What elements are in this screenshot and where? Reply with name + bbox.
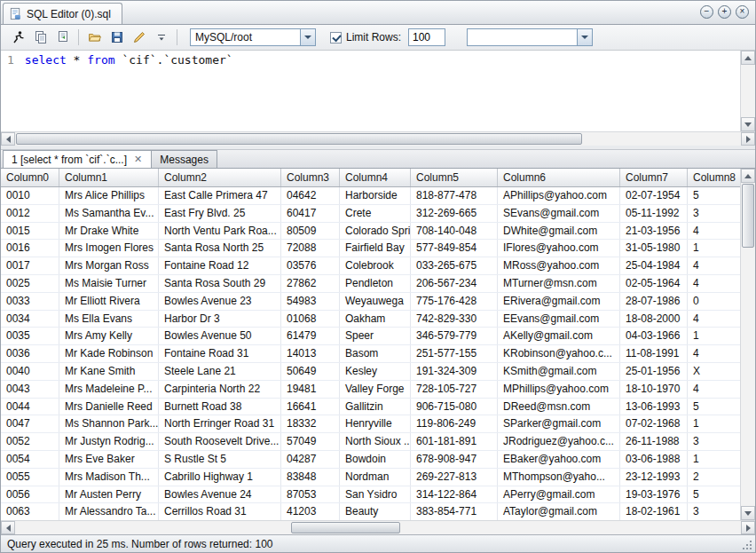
table-cell[interactable]: 25-01-1956 <box>620 363 688 380</box>
table-cell[interactable]: 1 <box>688 328 740 344</box>
scroll-left-button[interactable] <box>1 132 15 146</box>
combobox-dropdown-button[interactable] <box>577 29 592 45</box>
table-cell[interactable]: 3 <box>688 433 740 450</box>
table-cell[interactable]: Mr Kane Smith <box>59 363 159 380</box>
tab-result-set[interactable]: 1 [select * from `cif`.`c...] ✕ <box>3 150 152 168</box>
table-cell[interactable]: 4 <box>688 223 740 240</box>
table-cell[interactable]: Cabrillo Highway 1 <box>159 469 281 486</box>
table-cell[interactable]: 57049 <box>281 433 340 450</box>
table-cell[interactable]: San Ysidro <box>340 486 411 503</box>
table-cell[interactable]: 1 <box>688 451 740 468</box>
table-cell[interactable]: 19481 <box>281 381 340 398</box>
table-cell[interactable]: Mrs Madeleine P... <box>59 381 159 398</box>
table-cell[interactable]: JRodriguez@yahoo.c... <box>498 433 620 450</box>
table-cell[interactable]: 728-105-727 <box>411 381 498 398</box>
table-cell[interactable]: Mrs Danielle Reed <box>59 399 159 415</box>
table-cell[interactable]: ERivera@gmail.com <box>498 293 620 310</box>
table-cell[interactable]: 0043 <box>1 381 59 398</box>
table-cell[interactable]: 4 <box>688 345 740 362</box>
table-cell[interactable]: Weyauwega <box>340 293 411 310</box>
table-cell[interactable]: East Fry Blvd. 25 <box>159 205 281 222</box>
table-cell[interactable]: 80509 <box>281 223 340 240</box>
table-cell[interactable]: North Ventu Park Roa... <box>159 223 281 240</box>
table-cell[interactable]: 0052 <box>1 433 59 450</box>
tab-sql-editor[interactable]: SQL Editor (0).sql <box>3 3 122 24</box>
sql-code-editor[interactable]: 1select * from `cif`.`customer` <box>1 51 740 131</box>
table-cell[interactable]: SParker@gmail.com <box>498 415 620 432</box>
table-cell[interactable]: 02-05-1964 <box>620 275 688 292</box>
table-row[interactable]: 0054Mrs Eve BakerS Rustle St 504287Bowdo… <box>1 451 740 469</box>
limit-rows-checkbox[interactable] <box>330 32 342 43</box>
table-cell[interactable]: 60417 <box>281 205 340 222</box>
table-cell[interactable]: MThompson@yaho... <box>498 469 620 486</box>
table-cell[interactable]: 26-11-1988 <box>620 433 688 450</box>
table-row[interactable]: 0056Mr Austen PerryBowles Avenue 2487053… <box>1 486 740 504</box>
table-cell[interactable]: 4 <box>688 311 740 328</box>
table-cell[interactable]: 906-715-080 <box>411 399 498 415</box>
table-cell[interactable]: Fontaine Road 12 <box>159 257 281 274</box>
column-header[interactable]: Column7 <box>620 169 688 186</box>
table-cell[interactable]: Cerrillos Road 31 <box>159 503 281 520</box>
table-cell[interactable]: 83848 <box>281 469 340 486</box>
table-cell[interactable]: 0047 <box>1 415 59 432</box>
table-cell[interactable]: 14013 <box>281 345 340 362</box>
table-cell[interactable]: 0033 <box>1 293 59 310</box>
table-cell[interactable]: Mr Drake White <box>59 223 159 240</box>
table-cell[interactable]: 251-577-155 <box>411 345 498 362</box>
table-row[interactable]: 0016Mrs Imogen FloresSanta Rosa North 25… <box>1 240 740 257</box>
table-cell[interactable]: 02-07-1954 <box>620 187 688 204</box>
table-cell[interactable]: 0056 <box>1 486 59 503</box>
table-cell[interactable]: 3 <box>688 503 740 520</box>
table-row[interactable]: 0043Mrs Madeleine P...Carpinteria North … <box>1 381 740 399</box>
table-cell[interactable]: 0035 <box>1 328 59 344</box>
table-cell[interactable]: 742-829-330 <box>411 311 498 328</box>
scroll-down-button[interactable] <box>741 506 755 520</box>
table-cell[interactable]: Mr Justyn Rodrig... <box>59 433 159 450</box>
table-cell[interactable]: 11-08-1991 <box>620 345 688 362</box>
table-cell[interactable]: Gallitzin <box>340 399 411 415</box>
table-cell[interactable]: Santa Rosa South 29 <box>159 275 281 292</box>
table-cell[interactable]: APhillips@yahoo.com <box>498 187 620 204</box>
table-row[interactable]: 0035Mrs Amy KellyBowles Avenue 5061479Sp… <box>1 328 740 345</box>
table-cell[interactable]: Crete <box>340 205 411 222</box>
table-cell[interactable]: Speer <box>340 328 411 344</box>
grid-horizontal-scrollbar[interactable] <box>1 520 755 534</box>
table-row[interactable]: 0025Ms Maisie TurnerSanta Rosa South 292… <box>1 275 740 293</box>
table-cell[interactable]: APerry@gmail.com <box>498 486 620 503</box>
table-cell[interactable]: 61479 <box>281 328 340 344</box>
table-cell[interactable]: Kesley <box>340 363 411 380</box>
table-cell[interactable]: 72088 <box>281 240 340 257</box>
table-row[interactable]: 0010Mrs Alice PhillipsEast Calle Primera… <box>1 187 740 205</box>
table-cell[interactable]: Mr Austen Perry <box>59 486 159 503</box>
table-cell[interactable]: 31-05-1980 <box>620 240 688 257</box>
table-cell[interactable]: 601-181-891 <box>411 433 498 450</box>
toolbar-overflow-button[interactable] <box>151 28 171 47</box>
column-header[interactable]: Column0 <box>1 169 59 186</box>
table-cell[interactable]: Mrs Alice Phillips <box>59 187 159 204</box>
table-cell[interactable]: 3 <box>688 205 740 222</box>
table-cell[interactable]: 0 <box>688 293 740 310</box>
table-cell[interactable]: MRoss@yahoo.com <box>498 257 620 274</box>
table-cell[interactable]: 0025 <box>1 275 59 292</box>
table-cell[interactable]: Burnett Road 38 <box>159 399 281 415</box>
table-cell[interactable]: North Sioux ... <box>340 433 411 450</box>
table-cell[interactable]: IFlores@yahoo.com <box>498 240 620 257</box>
table-cell[interactable]: Henryville <box>340 415 411 432</box>
table-cell[interactable]: Bowdoin <box>340 451 411 468</box>
close-button[interactable]: × <box>736 5 749 19</box>
table-cell[interactable]: 18-10-1970 <box>620 381 688 398</box>
table-cell[interactable]: 0063 <box>1 503 59 520</box>
table-cell[interactable]: 0055 <box>1 469 59 486</box>
table-cell[interactable]: ATaylor@gmail.com <box>498 503 620 520</box>
scrollbar-thumb[interactable] <box>742 184 754 248</box>
table-cell[interactable]: 0034 <box>1 311 59 328</box>
table-cell[interactable]: Basom <box>340 345 411 362</box>
table-cell[interactable]: 0044 <box>1 399 59 415</box>
table-cell[interactable]: 0036 <box>1 345 59 362</box>
table-cell[interactable]: Nordman <box>340 469 411 486</box>
table-cell[interactable]: Beauty <box>340 503 411 520</box>
scroll-left-button[interactable] <box>1 521 15 534</box>
scroll-up-button[interactable] <box>741 169 755 183</box>
table-cell[interactable]: 818-877-478 <box>411 187 498 204</box>
table-cell[interactable]: 2 <box>688 469 740 486</box>
